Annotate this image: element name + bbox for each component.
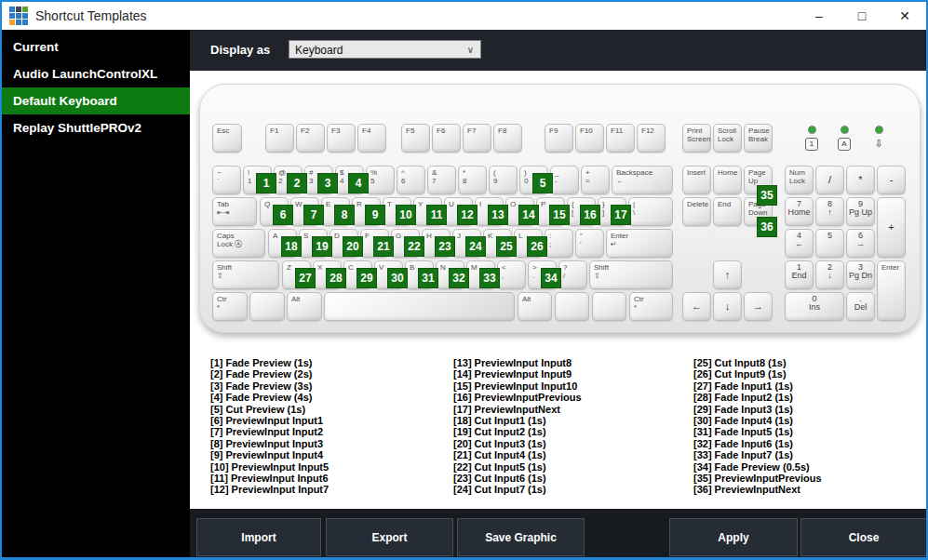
led-indicator-2: A [833, 126, 855, 151]
key-enter: Enter [877, 260, 906, 321]
apply-button[interactable]: Apply [669, 518, 798, 556]
key-c: C29 [343, 260, 372, 289]
key-sym: + = [581, 166, 610, 194]
key-label: Delete [683, 198, 710, 208]
key-6: 6 → [846, 229, 875, 258]
key-sym: : ; [545, 229, 573, 258]
shortcut-entry: [25] Cut Input8 (1s) [693, 357, 822, 368]
shortcut-entry: [19] Cut Input2 (1s) [453, 426, 582, 437]
key-shift: Shift ⇧ [212, 260, 279, 289]
shortcut-badge-35: 35 [757, 185, 777, 206]
key-label: _ - [551, 167, 578, 185]
key-ctr: Ctr * [212, 292, 248, 321]
shortcut-entry: [3] Fade Preview (3s) [210, 380, 329, 392]
dropdown-value: Keyboard [295, 44, 343, 57]
key-sym: { [16 [567, 197, 596, 226]
key-sym: % 5 [366, 166, 395, 194]
shortcut-entry: [9] PreviewInput Input4 [210, 449, 329, 460]
sidebar-item-replay-shuttleprov2[interactable]: Replay ShuttlePROv2 [2, 114, 190, 141]
shortcut-badge-22: 22 [404, 236, 424, 257]
key-sym: ← [682, 292, 711, 321]
shortcut-badge-21: 21 [373, 236, 394, 257]
key-l: L26 [514, 229, 543, 258]
sidebar-item-default-keyboard[interactable]: Default Keyboard [2, 87, 190, 114]
key-label: Insert [683, 167, 710, 177]
key-t: T10 [383, 197, 411, 226]
led-dot [808, 126, 816, 134]
close-button[interactable]: Close [800, 518, 927, 556]
shortcut-badge-14: 14 [518, 205, 539, 225]
sidebar-item-current[interactable]: Current [2, 33, 190, 60]
export-button[interactable]: Export [326, 518, 453, 556]
key-label: → [753, 302, 763, 311]
display-as-label: Display as [210, 30, 270, 71]
key-label: F3 [328, 125, 355, 135]
shortcut-entry: [26] Cut Input9 (1s) [693, 368, 822, 380]
key-v: V30 [374, 260, 403, 289]
display-as-dropdown[interactable]: Keyboard ∨ [289, 40, 481, 59]
sidebar-item-audio-launchcontrolxl[interactable]: Audio LaunchControlXL [2, 60, 190, 87]
key-sym: / [815, 166, 844, 194]
shortcut-entry: [31] Fade Input5 (1s) [693, 426, 822, 437]
key-enter: Enter ↵ [606, 229, 673, 258]
key-label: Pause Break [745, 125, 772, 143]
key-x: X28 [313, 260, 342, 289]
key-pause: Pause Break [744, 124, 773, 153]
key-sym: . Del [846, 292, 875, 321]
key-7: 7 Home [785, 197, 814, 226]
shortcut-entry: [4] Fade Preview (4s) [210, 392, 329, 403]
key-sym: ~ ` [212, 166, 241, 194]
key-f2: F2 [296, 124, 325, 153]
key-alt: Alt [287, 292, 322, 321]
key-b: B31 [405, 260, 434, 289]
key-z: Z27 [282, 260, 311, 289]
titlebar: Shortcut Templates – □ ✕ [2, 2, 926, 30]
key-label: ? / [559, 261, 586, 280]
key-m: M33 [466, 260, 495, 289]
shortcut-entry: [18] Cut Input1 (1s) [453, 415, 582, 426]
key-label [250, 293, 284, 295]
key-label: F6 [433, 125, 460, 135]
key-label: " ' [576, 230, 603, 248]
key-label: Ctr * [630, 293, 672, 312]
key-blank [555, 292, 589, 321]
key-label: & 7 [428, 167, 455, 185]
key-label: Num Lock [786, 167, 813, 185]
key-f: F21 [360, 229, 389, 258]
shortcut-badge-12: 12 [457, 205, 477, 225]
key-n: N32 [436, 260, 464, 289]
key-u: U12 [444, 197, 473, 226]
shortcut-entry: [8] PreviewInput Input3 [210, 438, 329, 449]
key-label: Tab ⇤⇥ [213, 198, 256, 217]
key-label: Print Screen [683, 125, 710, 143]
shortcut-badge-20: 20 [343, 236, 363, 257]
shortcut-entry: [27] Fade Input1 (1s) [693, 380, 822, 392]
key-f11: F11 [606, 124, 635, 153]
key-label: Ctr * [213, 293, 247, 312]
key-sym: * [846, 166, 875, 194]
shortcut-badge-4: 4 [348, 173, 369, 193]
shortcut-badge-2: 2 [287, 173, 307, 193]
window-title: Shortcut Templates [35, 8, 147, 23]
key-sym: * 8 [458, 166, 487, 194]
shortcut-badge-32: 32 [449, 268, 469, 288]
shortcut-entry: [35] PreviewInputPrevious [693, 473, 822, 484]
key-sym: | \ [628, 197, 673, 226]
keyboard-graphic: EscF1F2F3F4F5F6F7F8F9F10F11F12Print Scre… [199, 84, 921, 333]
shortcut-entry: [10] PreviewInput Input5 [210, 461, 329, 473]
minimize-button[interactable]: – [798, 2, 841, 30]
shortcut-entry: [29] Fade Input3 (1s) [693, 404, 822, 415]
import-button[interactable]: Import [196, 518, 321, 556]
key-f6: F6 [432, 124, 461, 153]
led-indicator-1: 1 [800, 126, 823, 151]
shortcut-badge-27: 27 [295, 268, 316, 288]
key-tab: Tab ⇤⇥ [212, 197, 257, 226]
key-f3: F3 [327, 124, 356, 153]
close-window-button[interactable]: ✕ [883, 2, 926, 30]
shortcut-badge-16: 16 [580, 205, 600, 225]
shortcut-entry: [12] PreviewInput Input7 [210, 484, 329, 495]
save-graphic-button[interactable]: Save Graphic [457, 518, 585, 556]
app-grid-icon [9, 7, 28, 25]
maximize-button[interactable]: □ [841, 2, 883, 30]
shortcut-column-3: [25] Cut Input8 (1s)[26] Cut Input9 (1s)… [693, 357, 822, 496]
